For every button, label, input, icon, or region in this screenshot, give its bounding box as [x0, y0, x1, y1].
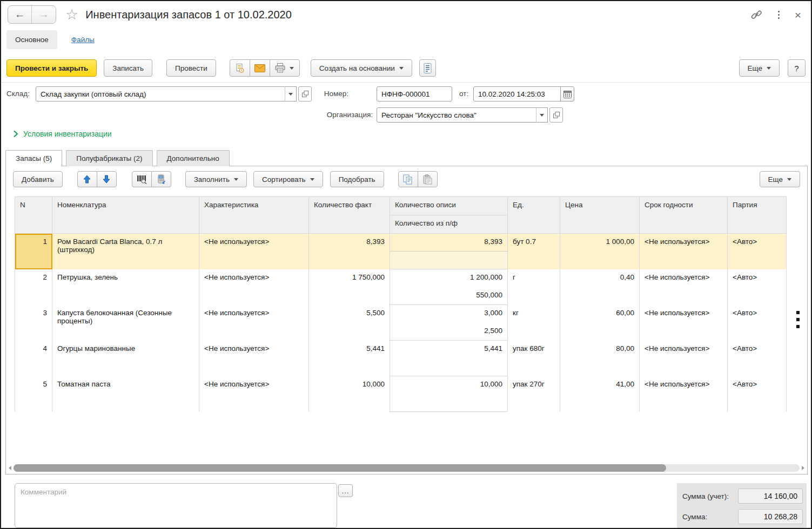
- write-button[interactable]: Записать: [104, 59, 152, 77]
- cell-qty-list[interactable]: 8,393: [390, 234, 508, 252]
- header-cell-price[interactable]: Цена: [560, 197, 640, 234]
- create-based-on-button[interactable]: Создать на основании: [311, 59, 412, 77]
- cell-unit[interactable]: упак 680г: [508, 341, 560, 376]
- comment-textarea[interactable]: [15, 483, 337, 528]
- cell-qty-semi[interactable]: 550,000: [390, 287, 508, 305]
- cell-qty-fact[interactable]: 5,500: [309, 305, 390, 341]
- fill-button[interactable]: Заполнить: [185, 171, 247, 187]
- cell-qty-semi[interactable]: [390, 252, 508, 269]
- cell-shelf-life[interactable]: <Не используется>: [640, 234, 728, 269]
- move-down-button[interactable]: [97, 171, 117, 187]
- cell-price[interactable]: 1 000,00: [560, 234, 640, 269]
- cell-unit[interactable]: г: [508, 269, 560, 305]
- cell-qty-semi[interactable]: [390, 358, 508, 376]
- scroll-left-arrow[interactable]: [9, 466, 11, 470]
- cell-qty-list[interactable]: 3,000: [390, 305, 508, 323]
- copy-rows-button[interactable]: [398, 171, 418, 187]
- number-input[interactable]: [377, 86, 452, 101]
- move-up-button[interactable]: [77, 171, 97, 187]
- pick-button[interactable]: Подобрать: [330, 171, 384, 187]
- horizontal-scrollbar[interactable]: [9, 464, 804, 472]
- cell-shelf-life[interactable]: <Не используется>: [640, 305, 728, 341]
- nav-tab-files[interactable]: Файлы: [71, 36, 95, 44]
- paste-rows-button[interactable]: [418, 171, 438, 187]
- table-more-button[interactable]: Еще: [760, 171, 800, 187]
- cell-characteristic[interactable]: <Не используется>: [199, 341, 309, 376]
- cell-n[interactable]: 2: [15, 269, 52, 305]
- cell-n[interactable]: 1: [15, 234, 52, 269]
- cell-nomenclature[interactable]: Капуста белокочанная (Сезонные проценты): [52, 305, 199, 341]
- data-terminal-button[interactable]: [151, 171, 171, 187]
- report-button[interactable]: [419, 59, 436, 77]
- cell-n[interactable]: 4: [15, 341, 52, 376]
- splitter-grip[interactable]: [796, 311, 800, 328]
- cell-shelf-life[interactable]: <Не используется>: [640, 341, 728, 376]
- organization-open-button[interactable]: [549, 107, 563, 123]
- favorite-star-icon[interactable]: ☆: [65, 8, 78, 22]
- cell-qty-semi[interactable]: [390, 394, 508, 412]
- tab-semifinished[interactable]: Полуфабрикаты (2): [66, 150, 152, 166]
- mail-button[interactable]: [250, 59, 270, 77]
- cell-qty-fact[interactable]: 1 750,000: [309, 269, 390, 305]
- barcode-scan-button[interactable]: [132, 171, 152, 187]
- conditions-link[interactable]: Условия инвентаризации: [13, 130, 112, 138]
- cell-shelf-life[interactable]: <Не используется>: [640, 376, 728, 412]
- cell-qty-list[interactable]: 1 200,000: [390, 269, 508, 287]
- help-button[interactable]: ?: [788, 59, 806, 77]
- cell-price[interactable]: 60,00: [560, 305, 640, 341]
- cell-batch[interactable]: <Авто>: [728, 305, 787, 341]
- scrollbar-thumb[interactable]: [14, 464, 666, 472]
- post-button[interactable]: Провести: [166, 59, 216, 77]
- cell-characteristic[interactable]: <Не используется>: [199, 269, 309, 305]
- more-button[interactable]: Еще: [739, 59, 780, 77]
- organization-dropdown-button[interactable]: [536, 107, 548, 123]
- cell-batch[interactable]: <Авто>: [728, 234, 787, 269]
- header-cell-qty-fact[interactable]: Количество факт: [309, 197, 390, 234]
- header-cell-qty-semi[interactable]: Количество из п/ф: [390, 215, 508, 234]
- cell-characteristic[interactable]: <Не используется>: [199, 376, 309, 412]
- kebab-menu-icon[interactable]: [778, 11, 780, 19]
- header-cell-shelf-life[interactable]: Срок годности: [640, 197, 728, 234]
- cell-qty-semi[interactable]: 2,500: [390, 323, 508, 341]
- cell-n[interactable]: 5: [15, 376, 52, 412]
- cell-nomenclature[interactable]: Ром Bacardi Carta Blanca, 0.7 л (штрихко…: [52, 234, 199, 269]
- cell-characteristic[interactable]: <Не используется>: [199, 305, 309, 341]
- cell-nomenclature[interactable]: Томатная паста: [52, 376, 199, 412]
- scroll-right-arrow[interactable]: [802, 466, 804, 470]
- tab-stocks[interactable]: Запасы (5): [5, 150, 62, 166]
- close-icon[interactable]: ×: [795, 9, 801, 21]
- forward-button[interactable]: →: [32, 6, 56, 23]
- organization-input[interactable]: [377, 107, 536, 123]
- header-cell-n[interactable]: N: [15, 197, 52, 234]
- cell-batch[interactable]: <Авто>: [728, 376, 787, 412]
- comment-more-button[interactable]: ...: [338, 484, 353, 497]
- link-icon[interactable]: [750, 9, 763, 21]
- cell-qty-list[interactable]: 10,000: [390, 376, 508, 394]
- cell-shelf-life[interactable]: <Не используется>: [640, 269, 728, 305]
- warehouse-input[interactable]: [36, 86, 285, 101]
- cell-qty-fact[interactable]: 8,393: [309, 234, 390, 269]
- back-button[interactable]: ←: [8, 6, 32, 23]
- cell-unit[interactable]: бут 0.7: [508, 234, 560, 269]
- cell-nomenclature[interactable]: Петрушка, зелень: [52, 269, 199, 305]
- tab-additional[interactable]: Дополнительно: [157, 150, 230, 166]
- header-cell-unit[interactable]: Ед.: [508, 197, 560, 234]
- nav-tab-main[interactable]: Основное: [6, 30, 57, 49]
- cell-unit[interactable]: кг: [508, 305, 560, 341]
- cell-price[interactable]: 41,00: [560, 376, 640, 412]
- cell-nomenclature[interactable]: Огурцы маринованные: [52, 341, 199, 376]
- cell-qty-list[interactable]: 5,441: [390, 341, 508, 358]
- cell-n[interactable]: 3: [15, 305, 52, 341]
- date-input[interactable]: [473, 86, 561, 101]
- sort-button[interactable]: Сортировать: [253, 171, 323, 187]
- add-button[interactable]: Добавить: [13, 171, 63, 187]
- print-button[interactable]: [270, 59, 300, 77]
- calendar-button[interactable]: [560, 86, 574, 101]
- cell-qty-fact[interactable]: 10,000: [309, 376, 390, 412]
- header-cell-batch[interactable]: Партия: [728, 197, 787, 234]
- header-cell-nomenclature[interactable]: Номенклатура: [52, 197, 199, 234]
- scrollbar-track[interactable]: [14, 464, 800, 472]
- cell-batch[interactable]: <Авто>: [728, 341, 787, 376]
- cell-price[interactable]: 80,00: [560, 341, 640, 376]
- cell-batch[interactable]: <Авто>: [728, 269, 787, 305]
